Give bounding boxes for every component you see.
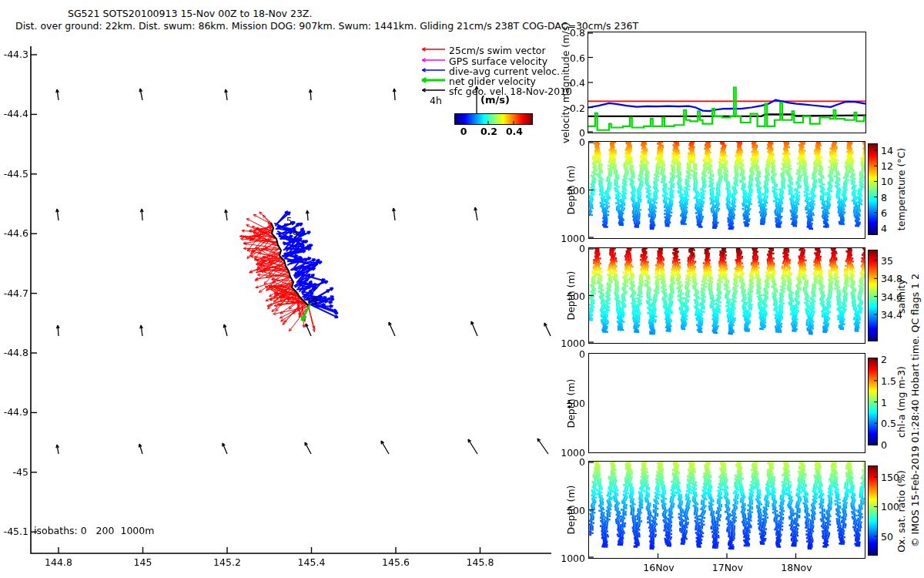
colorbar-tick-label: 50: [881, 531, 893, 543]
legend-label-swim-vector: 25cm/s swim vector: [449, 45, 546, 56]
map-lat-tick-label: -44.3: [0, 49, 28, 60]
dive-number-label: 5: [286, 216, 292, 227]
depth-ytick-label: 500: [539, 291, 585, 302]
isobaths-note: isobaths: 0 200 1000m: [34, 525, 154, 536]
legend-scale-time-label: 4h: [430, 95, 442, 106]
chla-colorbar-gradient: [869, 358, 877, 445]
salinity-colorbar-gradient: [869, 250, 877, 341]
legend-colorbar-tick-label: 0.4: [491, 126, 537, 137]
imos-watermark: © IMOS 15-Feb-2019 01:28:40 Hobart time.…: [909, 257, 921, 565]
legend-colorbar-gradient: [455, 114, 532, 124]
oxygen-panel: [588, 461, 865, 559]
map-lon-tick-label: 145.6: [373, 556, 419, 568]
chla-colorbar: [868, 358, 878, 445]
map-lat-tick-label: -44.4: [0, 108, 28, 119]
dive-number-label: 9: [293, 229, 298, 240]
colorbar-tick-label: 34.8: [881, 273, 902, 284]
depth-ytick-label: 0: [539, 348, 585, 360]
temperature-panel: [588, 141, 865, 239]
velocity-ytick-label: 0.2: [539, 102, 585, 114]
time-xtick-label: 17Nov: [705, 562, 751, 573]
salinity-plot-canvas: [589, 248, 865, 343]
temperature-colorbar: [868, 143, 878, 235]
time-xtick-label: 16Nov: [636, 562, 682, 573]
velocity-plot-canvas: [588, 32, 865, 133]
oxygen-colorbar-label: Ox. sat. ratio (%): [896, 358, 907, 578]
map-lat-tick-label: -44.7: [0, 287, 28, 299]
temperature-colorbar-gradient: [869, 144, 877, 234]
colorbar-tick-label: 100: [881, 501, 899, 512]
colorbar-tick-label: 1: [881, 397, 887, 408]
map-lat-tick-label: -45.1: [0, 526, 28, 537]
oxygen-colorbar: [868, 465, 878, 556]
salinity-colorbar: [868, 250, 878, 341]
map-lon-tick-label: 145.4: [289, 556, 335, 568]
map-lon-tick-label: 145: [120, 556, 166, 568]
depth-ytick-label: 0: [539, 456, 585, 468]
colorbar-tick-label: 34.6: [881, 291, 902, 303]
colorbar-tick-label: 14: [881, 145, 893, 156]
colorbar-tick-label: 0: [881, 439, 887, 451]
velocity-panel: [588, 32, 866, 133]
depth-ytick-label: 1000: [539, 553, 585, 564]
colorbar-tick-label: 10: [881, 176, 893, 187]
oxygen-colorbar-gradient: [869, 466, 877, 555]
colorbar-tick-label: 0.5: [881, 418, 896, 429]
depth-ytick-label: 500: [539, 505, 585, 516]
seaglider-mission-figure: { "title": { "line1": "SG521 SOTS2010091…: [0, 0, 924, 578]
colorbar-tick-label: 6: [881, 207, 887, 219]
colorbar-tick-label: 1.5: [881, 375, 896, 387]
map-lon-tick-label: 145.8: [457, 556, 504, 568]
time-xtick-label: 18Nov: [774, 562, 820, 573]
colorbar-tick-label: 12: [881, 160, 893, 172]
legend-scale-unit-label: (m/s): [480, 94, 510, 106]
map-lat-tick-label: -44.8: [0, 347, 28, 358]
map-lat-tick-label: -45: [0, 466, 28, 478]
legend-velocity-colorbar: [454, 113, 533, 125]
map-lon-tick-label: 144.8: [35, 556, 82, 568]
velocity-ytick-label: 0.6: [539, 52, 585, 64]
dive-number-label: 19: [306, 296, 318, 307]
colorbar-tick-label: 35: [881, 255, 893, 267]
colorbar-tick-label: 150: [881, 472, 899, 483]
depth-ytick-label: 1000: [539, 338, 585, 349]
chla-panel: [588, 353, 865, 453]
depth-ytick-label: 0: [539, 243, 585, 254]
map-lat-tick-label: -44.6: [0, 227, 28, 239]
colorbar-tick-label: 4: [881, 223, 887, 234]
colorbar-tick-label: 8: [881, 192, 887, 203]
colorbar-tick-label: 2: [881, 354, 887, 365]
depth-ytick-label: 500: [539, 398, 585, 409]
depth-ytick-label: 0: [539, 136, 585, 148]
velocity-ytick-label: 0.4: [539, 77, 585, 89]
map-lat-tick-label: -44.5: [0, 168, 28, 180]
colorbar-tick-label: 34.4: [881, 309, 902, 321]
map-lat-tick-label: -44.9: [0, 406, 28, 418]
map-lon-tick-label: 145.2: [204, 556, 250, 568]
depth-ytick-label: 500: [539, 185, 585, 197]
oxygen-plot-canvas: [589, 462, 865, 558]
salinity-panel: [588, 247, 865, 344]
velocity-ytick-label: 0.8: [539, 27, 585, 39]
temperature-plot-canvas: [589, 142, 865, 238]
